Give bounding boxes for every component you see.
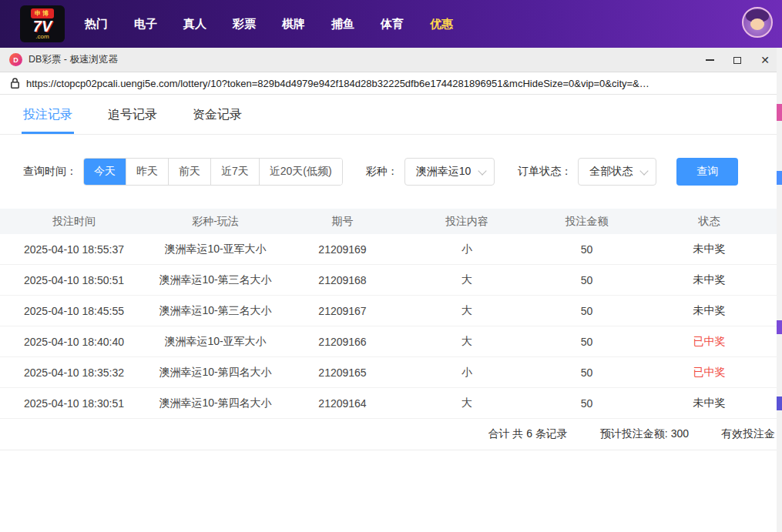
cell-status: 未中奖 [642, 243, 777, 256]
table-header-row: 投注时间彩种-玩法期号投注内容投注金额状态 [0, 209, 777, 234]
tab-chase-records[interactable]: 追号记录 [108, 107, 157, 134]
cell-bet-amount: 50 [532, 397, 642, 410]
cell-bet-content: 小 [402, 366, 532, 380]
cell-game-play: 澳洲幸运10-第四名大小 [148, 366, 283, 380]
cell-bet-time: 2025-04-10 18:35:32 [0, 366, 148, 379]
order-status-value: 全部状态 [589, 165, 633, 177]
cell-issue: 21209169 [283, 243, 402, 256]
nav-item-sports[interactable]: 体育 [381, 17, 404, 32]
window-title: DB彩票 - 极速浏览器 [29, 53, 118, 66]
tab-fund-records[interactable]: 资金记录 [193, 107, 242, 134]
cell-issue: 21209164 [283, 397, 402, 410]
lottery-select-label: 彩种： [366, 165, 398, 179]
cell-bet-content: 大 [402, 335, 532, 349]
cell-bet-content: 大 [402, 396, 532, 410]
page-content: 投注记录追号记录资金记录 查询时间： 今天昨天前天近7天近20天(低频) 彩种：… [0, 95, 777, 450]
nav-item-slots[interactable]: 电子 [134, 17, 157, 32]
cell-bet-time: 2025-04-10 18:45:55 [0, 305, 148, 317]
cell-game-play: 澳洲幸运10-第三名大小 [148, 304, 283, 318]
scrollbar-mark-indigo [777, 396, 782, 410]
table-row: 2025-04-10 18:40:40澳洲幸运10-亚军大小21209166大5… [0, 326, 777, 357]
logo-badge: 申博 [31, 8, 54, 18]
nav-item-hot[interactable]: 热门 [85, 17, 108, 32]
lock-icon [11, 78, 19, 89]
column-header-game-play: 彩种-玩法 [148, 215, 283, 229]
summary-expected-amount: 预计投注金额: 300 [600, 427, 689, 441]
cell-issue: 21209168 [283, 274, 402, 286]
cell-bet-time: 2025-04-10 18:50:51 [0, 274, 148, 286]
table-body: 2025-04-10 18:55:37澳洲幸运10-亚军大小21209169小5… [0, 234, 777, 419]
lottery-select-value: 澳洲幸运10 [416, 165, 472, 177]
table-row: 2025-04-10 18:50:51澳洲幸运10-第三名大小21209168大… [0, 265, 777, 296]
window-controls: ✕ [696, 48, 779, 72]
cell-issue: 21209167 [283, 305, 402, 317]
url-text[interactable]: https://ctopcp02pcali.uengi5e.com/lotter… [26, 78, 771, 89]
cell-game-play: 澳洲幸运10-第四名大小 [148, 396, 283, 410]
nav-item-promo[interactable]: 优惠 [430, 17, 453, 32]
time-filter-day-before[interactable]: 前天 [168, 159, 210, 185]
site-nav: 热门电子真人彩票棋牌捕鱼体育优惠 [85, 17, 453, 32]
time-filter-label: 查询时间： [23, 165, 77, 179]
cell-game-play: 澳洲幸运10-亚军大小 [148, 335, 283, 349]
address-bar[interactable]: https://ctopcp02pcali.uengi5e.com/lotter… [0, 72, 782, 95]
bet-records-table: 投注时间彩种-玩法期号投注内容投注金额状态 2025-04-10 18:55:3… [0, 209, 777, 419]
title-bar: D DB彩票 - 极速浏览器 ✕ [0, 48, 782, 72]
cell-status: 已中奖 [642, 366, 777, 380]
close-button[interactable]: ✕ [751, 48, 779, 72]
nav-item-fishing[interactable]: 捕鱼 [331, 17, 354, 32]
table-row: 2025-04-10 18:30:51澳洲幸运10-第四名大小21209164大… [0, 388, 777, 419]
scrollbar-mark-pink [777, 104, 782, 121]
nav-item-chess[interactable]: 棋牌 [282, 17, 305, 32]
scrollbar[interactable] [777, 48, 782, 532]
cell-bet-content: 大 [402, 304, 532, 318]
column-header-bet-amount: 投注金额 [532, 215, 642, 229]
time-filter-last-20-days[interactable]: 近20天(低频) [259, 159, 342, 185]
cell-bet-amount: 50 [532, 274, 642, 286]
summary-bar: 合计 共 6 条记录 预计投注金额: 300 有效投注金 [0, 419, 777, 450]
time-filter-yesterday[interactable]: 昨天 [126, 159, 168, 185]
scrollbar-mark-blue [777, 171, 782, 185]
cell-bet-time: 2025-04-10 18:40:40 [0, 336, 148, 348]
summary-valid-amount: 有效投注金 [721, 427, 775, 441]
cell-bet-content: 大 [402, 273, 532, 287]
column-header-bet-content: 投注内容 [402, 215, 532, 229]
cell-bet-amount: 50 [532, 336, 642, 348]
site-header: 申博 7V .com 热门电子真人彩票棋牌捕鱼体育优惠 [0, 0, 782, 48]
site-logo: 申博 7V .com [20, 5, 65, 42]
cell-bet-content: 小 [402, 243, 532, 256]
cell-bet-amount: 50 [532, 366, 642, 379]
lottery-select[interactable]: 澳洲幸运10 [404, 158, 495, 186]
cell-bet-amount: 50 [532, 243, 642, 256]
order-status-select[interactable]: 全部状态 [578, 158, 656, 186]
cell-issue: 21209165 [283, 366, 402, 379]
nav-item-lottery[interactable]: 彩票 [233, 17, 256, 32]
table-row: 2025-04-10 18:55:37澳洲幸运10-亚军大小21209169小5… [0, 234, 777, 265]
cell-game-play: 澳洲幸运10-亚军大小 [148, 243, 283, 256]
tab-bar: 投注记录追号记录资金记录 [0, 95, 777, 135]
time-filter-last-7-days[interactable]: 近7天 [210, 159, 259, 185]
cell-status: 已中奖 [642, 335, 777, 349]
logo-main: 7V [33, 18, 52, 34]
scrollbar-mark-purple [777, 320, 782, 334]
cell-bet-time: 2025-04-10 18:30:51 [0, 397, 148, 410]
nav-item-live[interactable]: 真人 [183, 17, 206, 32]
cell-bet-amount: 50 [532, 305, 642, 317]
minimize-button[interactable] [696, 48, 723, 72]
tab-bet-records[interactable]: 投注记录 [23, 107, 72, 134]
time-filter-today[interactable]: 今天 [84, 159, 126, 185]
search-button[interactable]: 查询 [676, 158, 738, 186]
table-row: 2025-04-10 18:45:55澳洲幸运10-第三名大小21209167大… [0, 296, 777, 326]
filter-bar: 查询时间： 今天昨天前天近7天近20天(低频) 彩种： 澳洲幸运10 订单状态：… [23, 158, 777, 186]
time-filter-group: 今天昨天前天近7天近20天(低频) [83, 158, 343, 186]
logo-suffix: .com [35, 34, 49, 40]
cell-status: 未中奖 [642, 304, 777, 318]
column-header-status: 状态 [642, 215, 777, 229]
column-header-bet-time: 投注时间 [0, 215, 148, 229]
avatar[interactable] [742, 7, 773, 38]
screen: 申博 7V .com 热门电子真人彩票棋牌捕鱼体育优惠 D DB彩票 - 极速浏… [0, 0, 782, 532]
cell-game-play: 澳洲幸运10-第三名大小 [148, 273, 283, 287]
app-icon: D [9, 53, 22, 66]
browser-window: D DB彩票 - 极速浏览器 ✕ https://ctopcp02pcali.u… [0, 48, 782, 532]
maximize-button[interactable] [723, 48, 751, 72]
order-status-label: 订单状态： [518, 165, 572, 179]
